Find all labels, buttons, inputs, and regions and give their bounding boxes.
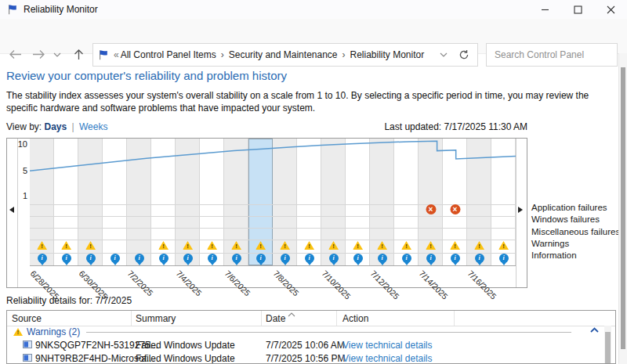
- x-axis-date-label: 7/16/2025: [466, 268, 499, 301]
- column-header-date[interactable]: Date: [266, 313, 285, 324]
- page-description: The stability index assesses your system…: [6, 90, 599, 114]
- info-event-icon[interactable]: i: [353, 254, 363, 263]
- info-event-icon[interactable]: i: [281, 254, 290, 263]
- up-icon[interactable]: [74, 49, 84, 60]
- group-label: Warnings (2): [27, 326, 80, 337]
- breadcrumb-item-security-and-maintenance[interactable]: Security and Maintenance: [229, 49, 338, 60]
- table-row[interactable]: 9NHT9RB2F4HD-Microsof... Failed Windows …: [7, 351, 615, 364]
- x-axis-date-label: 7/12/2025: [369, 268, 402, 301]
- refresh-icon[interactable]: [458, 49, 469, 60]
- search-box: [486, 43, 618, 67]
- view-technical-details-link[interactable]: View technical details: [342, 353, 433, 364]
- row-separator: [30, 240, 516, 240]
- legend-label-information: Information: [531, 250, 620, 261]
- legend-label-warnings: Warnings: [531, 238, 620, 250]
- y-axis-tick-10: 10: [13, 139, 27, 149]
- info-event-icon[interactable]: i: [499, 254, 509, 263]
- info-event-icon[interactable]: i: [86, 254, 96, 263]
- back-icon[interactable]: [9, 49, 22, 59]
- title-bar: Reliability Monitor: [0, 0, 627, 20]
- column-divider[interactable]: [336, 311, 337, 326]
- row-date: 7/7/2025 10:06 AM: [266, 340, 345, 351]
- info-event-icon[interactable]: i: [62, 254, 71, 263]
- view-technical-details-link[interactable]: View technical details: [342, 340, 433, 351]
- scroll-previous-icon[interactable]: [9, 207, 14, 213]
- application-icon: [23, 341, 32, 348]
- window-scrollbar[interactable]: [618, 53, 627, 364]
- column-header-summary[interactable]: Summary: [136, 313, 176, 324]
- chart-frame-line: [17, 139, 18, 287]
- view-by-days-link[interactable]: Days: [44, 121, 67, 132]
- info-event-icon[interactable]: i: [305, 254, 314, 263]
- stability-index-line: [30, 139, 516, 204]
- legend-label-windows-failures: Windows failures: [531, 214, 620, 225]
- maximize-button[interactable]: [561, 0, 594, 19]
- view-by-label: View by:: [6, 121, 42, 132]
- breadcrumb-overflow[interactable]: «: [114, 49, 119, 60]
- x-axis-date-label: 7/10/2025: [321, 268, 353, 301]
- details-table: Source Summary Date Action ! Warnings (2…: [6, 310, 616, 364]
- view-by: View by: Days | Weeks: [6, 121, 107, 132]
- address-dropdown-chevron-icon[interactable]: [440, 52, 448, 58]
- collapse-group-icon[interactable]: [590, 327, 599, 333]
- view-by-weeks-link[interactable]: Weeks: [79, 121, 107, 132]
- info-event-icon[interactable]: i: [451, 254, 460, 263]
- breadcrumb-separator: ›: [221, 49, 224, 60]
- info-event-icon[interactable]: i: [159, 254, 169, 263]
- legend-label-miscellaneous-failures: Miscellaneous failures: [531, 226, 620, 238]
- legend-label-application-failures: Application failures: [531, 202, 620, 214]
- info-event-icon[interactable]: i: [329, 254, 339, 263]
- group-divider-line: [86, 332, 571, 333]
- recent-pages-chevron-icon[interactable]: [53, 52, 61, 58]
- breadcrumb-item-reliability-monitor[interactable]: Reliability Monitor: [350, 49, 425, 60]
- x-axis-date-label: 7/8/2025: [272, 268, 301, 297]
- info-event-icon[interactable]: i: [256, 254, 266, 263]
- table-row[interactable]: 9NKSQGP7F2NH-5319275... Failed Windows U…: [7, 338, 615, 351]
- info-event-icon[interactable]: i: [38, 254, 47, 263]
- column-header-action[interactable]: Action: [342, 313, 368, 324]
- x-axis-date-label: 7/14/2025: [418, 268, 451, 301]
- row-separator: [30, 204, 516, 205]
- navigation-bar: « All Control Panel Items › Security and…: [0, 19, 627, 54]
- info-event-icon[interactable]: i: [135, 254, 144, 263]
- window-title: Reliability Monitor: [24, 4, 98, 15]
- close-button[interactable]: [594, 0, 627, 19]
- info-event-icon[interactable]: i: [183, 254, 193, 263]
- last-updated: Last updated: 7/17/2025 11:30 AM: [384, 121, 527, 132]
- info-event-icon[interactable]: i: [111, 254, 120, 263]
- page-title: Review your computer's reliability and p…: [6, 69, 287, 82]
- info-event-icon[interactable]: i: [232, 254, 241, 263]
- info-event-icon[interactable]: i: [426, 254, 436, 263]
- table-scrollbar[interactable]: [604, 326, 611, 364]
- column-divider[interactable]: [261, 311, 262, 326]
- table-header: Source Summary Date Action: [7, 311, 615, 326]
- x-axis-date-label: 7/2/2025: [126, 268, 155, 297]
- column-header-source[interactable]: Source: [12, 313, 42, 324]
- search-input[interactable]: [487, 49, 619, 60]
- info-event-icon[interactable]: i: [475, 254, 484, 263]
- info-event-icon[interactable]: i: [402, 254, 411, 263]
- table-scrollbar-thumb[interactable]: [605, 332, 611, 364]
- column-divider[interactable]: [131, 311, 132, 326]
- chart-frame-line: [516, 139, 516, 287]
- error-event-icon[interactable]: ×: [426, 204, 436, 214]
- x-axis-date-label: 7/6/2025: [223, 268, 252, 297]
- breadcrumb-separator: ›: [342, 49, 346, 60]
- scroll-next-icon[interactable]: [518, 207, 523, 213]
- row-separator: [30, 216, 516, 217]
- sort-ascending-icon: [288, 312, 295, 317]
- flag-icon: [7, 4, 18, 15]
- info-event-icon[interactable]: i: [378, 254, 387, 263]
- error-event-icon[interactable]: ×: [450, 204, 460, 214]
- x-axis-date-label: 7/4/2025: [175, 268, 204, 297]
- breadcrumb-item-all-control-panel-items[interactable]: All Control Panel Items: [121, 49, 216, 60]
- info-event-icon[interactable]: i: [208, 254, 217, 263]
- column-divider[interactable]: [454, 311, 455, 326]
- y-axis-tick-5: 5: [13, 166, 27, 175]
- minimize-button[interactable]: [528, 0, 561, 19]
- flag-icon: [98, 49, 109, 60]
- window-scrollbar-thumb[interactable]: [621, 67, 625, 349]
- forward-icon[interactable]: [32, 49, 45, 59]
- stability-chart: ××!!!!!!!!!!!!!!!!!!iiiiiiiiiiiiiiiiiiii…: [6, 138, 527, 288]
- warnings-group-row[interactable]: ! Warnings (2): [7, 326, 615, 338]
